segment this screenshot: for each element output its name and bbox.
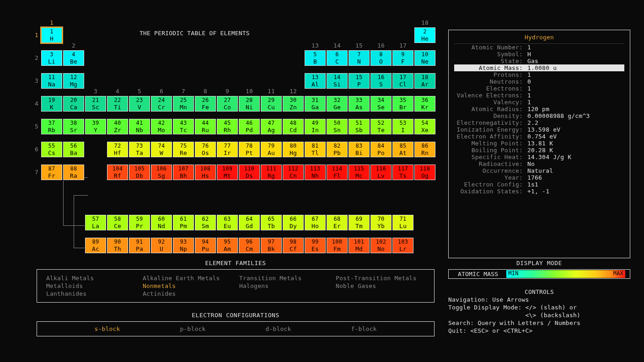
display-mode-panel[interactable]: ATOMIC MASS MIN MAX xyxy=(448,269,630,279)
element-cell-Xe[interactable]: 54Xe xyxy=(414,119,435,134)
block-s-block[interactable]: s-block xyxy=(64,325,150,332)
family-metalloids[interactable]: Metalloids xyxy=(46,282,135,290)
element-cell-Eu[interactable]: 63Eu xyxy=(217,215,238,230)
element-cell-Am[interactable]: 95Am xyxy=(217,238,238,253)
element-cell-Mt[interactable]: 109Mt xyxy=(217,165,238,180)
family-post-transition-metals[interactable]: Post-Transition Metals xyxy=(336,274,425,282)
element-cell-Au[interactable]: 79Au xyxy=(261,142,282,157)
element-cell-Mo[interactable]: 42Mo xyxy=(151,119,172,134)
element-cell-Th[interactable]: 90Th xyxy=(107,238,128,253)
element-cell-Si[interactable]: 14Si xyxy=(327,73,348,89)
element-cell-Ca[interactable]: 20Ca xyxy=(63,96,84,112)
element-cell-C[interactable]: 6C xyxy=(327,50,348,66)
family-actinides[interactable]: Actinides xyxy=(143,290,232,298)
element-cell-Sb[interactable]: 51Sb xyxy=(349,119,370,134)
element-cell-Br[interactable]: 35Br xyxy=(392,96,413,112)
element-cell-Ho[interactable]: 67Ho xyxy=(305,215,326,230)
element-cell-Li[interactable]: 3Li xyxy=(41,50,62,66)
element-cell-Na[interactable]: 11Na xyxy=(41,73,62,89)
element-cell-Dy[interactable]: 66Dy xyxy=(283,215,304,230)
element-cell-Ge[interactable]: 32Ge xyxy=(327,96,348,112)
element-cell-Rb[interactable]: 37Rb xyxy=(41,119,62,134)
element-cell-Hf[interactable]: 72Hf xyxy=(107,142,128,157)
element-cell-B[interactable]: 5B xyxy=(305,50,326,66)
family-nonmetals[interactable]: Nonmetals xyxy=(143,282,232,290)
element-cell-P[interactable]: 15P xyxy=(349,73,370,89)
element-cell-S[interactable]: 16S xyxy=(370,73,392,89)
element-cell-N[interactable]: 7N xyxy=(349,50,370,66)
element-cell-Cm[interactable]: 96Cm xyxy=(239,238,260,253)
element-cell-Sc[interactable]: 21Sc xyxy=(85,96,106,112)
element-cell-Ba[interactable]: 56Ba xyxy=(63,142,84,157)
element-cell-Tm[interactable]: 69Tm xyxy=(349,215,370,230)
element-cell-Rn[interactable]: 86Rn xyxy=(414,142,435,157)
element-cell-Nb[interactable]: 41Nb xyxy=(129,119,150,134)
element-cell-Ni[interactable]: 28Ni xyxy=(239,96,260,112)
element-cell-Mn[interactable]: 25Mn xyxy=(173,96,194,112)
element-cell-Os[interactable]: 76Os xyxy=(195,142,216,157)
element-cell-Fr[interactable]: 87Fr xyxy=(41,165,62,180)
element-cell-Al[interactable]: 13Al xyxy=(305,73,326,89)
element-cell-Co[interactable]: 27Co xyxy=(217,96,238,112)
element-cell-Bh[interactable]: 107Bh xyxy=(173,165,194,180)
element-cell-Pu[interactable]: 94Pu xyxy=(195,238,216,253)
element-cell-Bk[interactable]: 97Bk xyxy=(261,238,282,253)
element-cell-Po[interactable]: 84Po xyxy=(370,142,392,157)
element-cell-Zn[interactable]: 30Zn xyxy=(283,96,304,112)
element-cell-Md[interactable]: 101Md xyxy=(349,238,370,253)
element-cell-Hg[interactable]: 80Hg xyxy=(283,142,304,157)
element-cell-U[interactable]: 92U xyxy=(151,238,172,253)
element-cell-Pm[interactable]: 61Pm xyxy=(173,215,194,230)
element-cell-Cn[interactable]: 112Cn xyxy=(283,165,304,180)
element-cell-Pa[interactable]: 91Pa xyxy=(129,238,150,253)
element-cell-Tb[interactable]: 65Tb xyxy=(261,215,282,230)
element-cell-Cr[interactable]: 24Cr xyxy=(151,96,172,112)
element-cell-V[interactable]: 23V xyxy=(129,96,150,112)
element-cell-Lu[interactable]: 71Lu xyxy=(392,215,413,230)
element-cell-Es[interactable]: 99Es xyxy=(305,238,326,253)
element-cell-W[interactable]: 74W xyxy=(151,142,172,157)
element-cell-Ds[interactable]: 110Ds xyxy=(239,165,260,180)
element-cell-Cs[interactable]: 55Cs xyxy=(41,142,62,157)
element-cell-K[interactable]: 19K xyxy=(41,96,62,112)
element-cell-No[interactable]: 102No xyxy=(370,238,392,253)
element-cell-Db[interactable]: 105Db xyxy=(129,165,150,180)
element-cell-I[interactable]: 53I xyxy=(392,119,413,134)
element-cell-Rf[interactable]: 104Rf xyxy=(107,165,128,180)
element-cell-Ce[interactable]: 58Ce xyxy=(107,215,128,230)
element-cell-Mc[interactable]: 115Mc xyxy=(349,165,370,180)
element-cell-Sg[interactable]: 106Sg xyxy=(151,165,172,180)
element-cell-Rh[interactable]: 45Rh xyxy=(217,119,238,134)
element-cell-Sr[interactable]: 38Sr xyxy=(63,119,84,134)
element-cell-Zr[interactable]: 40Zr xyxy=(107,119,128,134)
element-cell-Tc[interactable]: 43Tc xyxy=(173,119,194,134)
element-cell-Bi[interactable]: 83Bi xyxy=(349,142,370,157)
element-cell-Rg[interactable]: 111Rg xyxy=(261,165,282,180)
element-cell-Se[interactable]: 34Se xyxy=(370,96,392,112)
element-cell-Pr[interactable]: 59Pr xyxy=(129,215,150,230)
element-cell-Y[interactable]: 39Y xyxy=(85,119,106,134)
element-cell-Sn[interactable]: 50Sn xyxy=(327,119,348,134)
element-cell-Yb[interactable]: 70Yb xyxy=(370,215,392,230)
element-cell-Te[interactable]: 52Te xyxy=(370,119,392,134)
element-cell-Ru[interactable]: 44Ru xyxy=(195,119,216,134)
block-p-block[interactable]: p-block xyxy=(150,325,236,332)
element-cell-Re[interactable]: 75Re xyxy=(173,142,194,157)
element-cell-Pd[interactable]: 46Pd xyxy=(239,119,260,134)
element-cell-Ti[interactable]: 22Ti xyxy=(107,96,128,112)
element-cell-Sm[interactable]: 62Sm xyxy=(195,215,216,230)
element-cell-Lv[interactable]: 116Lv xyxy=(370,165,392,180)
element-cell-Fm[interactable]: 100Fm xyxy=(327,238,348,253)
element-cell-Ra[interactable]: 88Ra xyxy=(63,165,84,180)
family-alkali-metals[interactable]: Alkali Metals xyxy=(46,274,135,282)
element-cell-Ac[interactable]: 89Ac xyxy=(85,238,106,253)
block-f-block[interactable]: f-block xyxy=(321,325,407,332)
element-cell-La[interactable]: 57La xyxy=(85,215,106,230)
element-cell-Kr[interactable]: 36Kr xyxy=(414,96,435,112)
element-cell-Lr[interactable]: 103Lr xyxy=(392,238,413,253)
element-cell-Tl[interactable]: 81Tl xyxy=(305,142,326,157)
element-cell-Mg[interactable]: 12Mg xyxy=(63,73,84,89)
element-cell-Nh[interactable]: 113Nh xyxy=(305,165,326,180)
element-cell-Ne[interactable]: 10Ne xyxy=(414,50,435,66)
family-lanthanides[interactable]: Lanthanides xyxy=(46,290,135,298)
